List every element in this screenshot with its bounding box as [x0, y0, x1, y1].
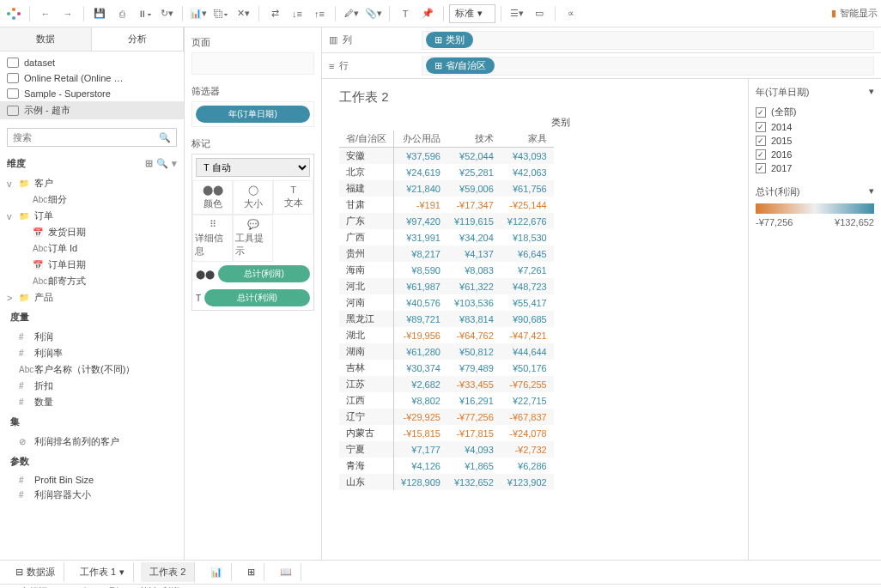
mark-type-select[interactable]: T 自动 [196, 158, 310, 177]
table-row[interactable]: 山东¥128,909¥132,652¥123,902 [339, 474, 554, 490]
field-item[interactable]: #折扣 [3, 378, 180, 394]
mark-size[interactable]: ◯大小 [233, 180, 273, 215]
table-header[interactable]: 办公用品 [394, 130, 447, 148]
field-item[interactable]: #Profit Bin Size [3, 473, 180, 487]
field-item[interactable]: Abc细分 [3, 191, 180, 208]
tab-data[interactable]: 数据 [0, 27, 92, 51]
menu-icon[interactable]: ▾ [172, 158, 177, 169]
table-row[interactable]: 吉林¥30,374¥79,489¥50,176 [339, 360, 554, 376]
clear-icon[interactable]: ✕▾ [233, 3, 253, 24]
datasource-item[interactable]: 示例 - 超市 [0, 101, 184, 119]
legend-menu-icon[interactable]: ▾ [869, 185, 874, 198]
field-item[interactable]: Abc订单 Id [3, 240, 180, 257]
save-icon[interactable]: 💾 [89, 3, 110, 24]
mark-text[interactable]: T文本 [273, 180, 313, 215]
table-row[interactable]: 河北¥61,987¥61,322¥48,723 [339, 278, 554, 294]
refresh-icon[interactable]: ↻▾ [156, 3, 177, 24]
new-story-icon[interactable]: 📖 [271, 563, 301, 581]
table-header[interactable]: 省/自治区 [339, 130, 394, 148]
swap-icon[interactable]: ⇄ [264, 3, 285, 24]
sort-desc-icon[interactable]: ↑≡ [309, 3, 330, 24]
table-row[interactable]: 海南¥8,590¥8,083¥7,261 [339, 262, 554, 278]
field-item[interactable]: v📁订单 [3, 208, 180, 224]
group-icon[interactable]: 📎▾ [363, 3, 384, 24]
table-header[interactable]: 技术 [447, 130, 501, 148]
field-item[interactable]: #利润率 [3, 345, 180, 361]
labels-icon[interactable]: T [395, 3, 416, 24]
tab-worksheet-2[interactable]: 工作表 2 [141, 562, 195, 582]
fit-dropdown[interactable]: 标准▾ [449, 4, 495, 23]
field-item[interactable]: 📅订单日期 [3, 257, 180, 273]
tab-worksheet-1[interactable]: 工作表 1▾ [71, 562, 134, 582]
search-box[interactable]: 🔍 [7, 128, 177, 147]
mark-detail[interactable]: ⠿详细信息 [192, 215, 233, 262]
table-row[interactable]: 宁夏¥7,177¥4,093-¥2,732 [339, 441, 554, 458]
table-row[interactable]: 江苏¥2,682-¥33,455-¥76,255 [339, 376, 554, 392]
color-gradient[interactable] [756, 203, 874, 214]
table-row[interactable]: 北京¥24,619¥25,281¥42,063 [339, 164, 554, 180]
table-row[interactable]: 甘肃-¥191-¥17,347-¥25,144 [339, 197, 554, 213]
checkbox-icon[interactable]: ✓ [756, 136, 766, 146]
field-item[interactable]: #利润容器大小 [3, 487, 180, 503]
pages-shelf[interactable] [191, 52, 314, 75]
field-item[interactable]: 📅发货日期 [3, 224, 180, 240]
table-header[interactable]: 家具 [501, 130, 554, 148]
field-item[interactable]: #数量 [3, 394, 180, 410]
sheet-title[interactable]: 工作表 2 [339, 89, 731, 106]
field-item[interactable]: ⊘利润排名前列的客户 [3, 433, 180, 450]
rows-shelf[interactable]: ≡行 ⊞省/自治区 [322, 53, 881, 79]
table-row[interactable]: 河南¥40,576¥103,536¥55,417 [339, 294, 554, 311]
table-row[interactable]: 安徽¥37,596¥52,044¥43,093 [339, 148, 554, 165]
datasource-item[interactable]: Sample - Superstore [0, 86, 184, 101]
table-row[interactable]: 广东¥97,420¥119,615¥122,676 [339, 213, 554, 229]
tableau-logo-icon[interactable] [3, 3, 24, 24]
pin-icon[interactable]: 📌 [417, 3, 438, 24]
show-me-button[interactable]: ▮智能显示 [831, 3, 878, 24]
mark-tooltip[interactable]: 💬工具提示 [233, 215, 273, 262]
forward-icon[interactable]: → [58, 3, 78, 24]
new-worksheet-icon[interactable]: 📊 [202, 563, 232, 581]
checkbox-icon[interactable]: ✓ [756, 107, 766, 118]
field-item[interactable]: Abc邮寄方式 [3, 273, 180, 289]
table-row[interactable]: 广西¥31,991¥34,204¥18,530 [339, 229, 554, 246]
table-row[interactable]: 贵州¥8,217¥4,137¥6,645 [339, 246, 554, 262]
field-item[interactable]: Abc客户名称（计数(不同)） [3, 361, 180, 378]
new-ws-icon[interactable]: 📊▾ [188, 3, 209, 24]
sort-asc-icon[interactable]: ↓≡ [287, 3, 307, 24]
checkbox-icon[interactable]: ✓ [756, 122, 766, 132]
pause-icon[interactable]: ⏸▾ [134, 3, 155, 24]
mark-text-pill[interactable]: 总计(利润) [204, 289, 310, 306]
table-row[interactable]: 辽宁-¥29,925-¥77,256-¥67,837 [339, 409, 554, 425]
year-checkbox-row[interactable]: ✓2014 [756, 120, 874, 134]
table-row[interactable]: 湖北-¥19,956-¥64,762-¥47,421 [339, 327, 554, 343]
field-item[interactable]: >📁产品 [3, 289, 180, 306]
mark-color-pill[interactable]: 总计(利润) [218, 265, 310, 282]
table-row[interactable]: 江西¥8,802¥16,291¥22,715 [339, 392, 554, 409]
view-icon[interactable]: ⊞ [145, 158, 153, 169]
year-checkbox-row[interactable]: ✓2017 [756, 161, 874, 175]
new-datasource-icon[interactable]: ⎙ [112, 3, 132, 24]
checkbox-icon[interactable]: ✓ [756, 149, 766, 160]
checkbox-icon[interactable]: ✓ [756, 163, 766, 173]
table-row[interactable]: 青海¥4,126¥1,865¥6,286 [339, 458, 554, 474]
filter-pill[interactable]: 年(订单日期) [196, 106, 310, 123]
table-row[interactable]: 黑龙江¥89,721¥83,814¥90,685 [339, 311, 554, 327]
cards-icon[interactable]: ☰▾ [507, 3, 527, 24]
columns-pill[interactable]: ⊞类别 [426, 32, 473, 48]
year-checkbox-row[interactable]: ✓2016 [756, 148, 874, 161]
filter-menu-icon[interactable]: ▾ [869, 86, 874, 99]
table-row[interactable]: 福建¥21,840¥59,006¥61,756 [339, 180, 554, 197]
tab-analysis[interactable]: 分析 [92, 27, 184, 51]
share-icon[interactable]: ∝ [561, 3, 581, 24]
field-item[interactable]: #利润 [3, 329, 180, 345]
table-row[interactable]: 内蒙古-¥15,815-¥17,815-¥24,078 [339, 425, 554, 441]
presentation-icon[interactable]: ▭ [529, 3, 550, 24]
field-item[interactable]: v📁客户 [3, 175, 180, 191]
year-checkbox-row[interactable]: ✓2015 [756, 134, 874, 148]
find-icon[interactable]: 🔍 [156, 158, 168, 169]
columns-shelf[interactable]: ▥列 ⊞类别 [322, 27, 881, 53]
mark-color[interactable]: ⬤⬤颜色 [192, 180, 233, 215]
datasource-item[interactable]: Online Retail (Online … [0, 70, 184, 86]
new-dashboard-icon[interactable]: ⊞ [239, 563, 264, 581]
search-input[interactable] [13, 132, 159, 142]
